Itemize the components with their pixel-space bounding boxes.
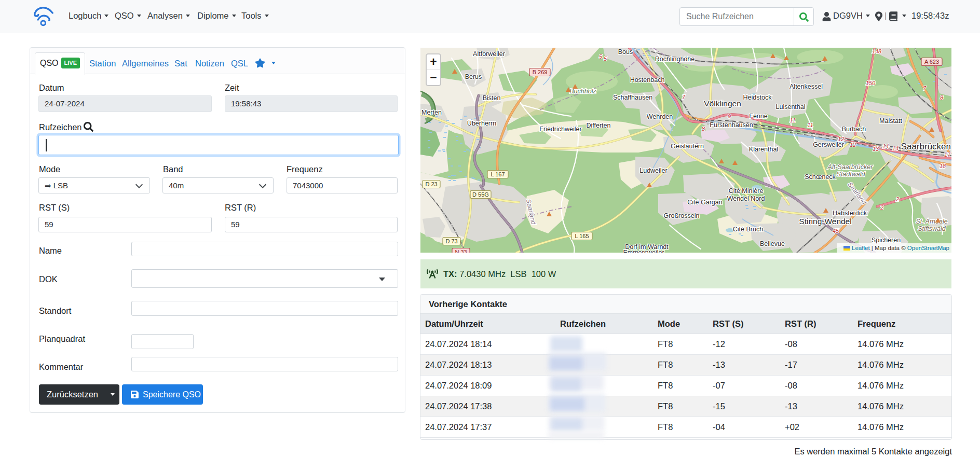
svg-text:Schœneck: Schœneck [805, 173, 836, 181]
svg-text:D 73: D 73 [445, 238, 457, 244]
svg-text:Stiftswald: Stiftswald [918, 225, 946, 232]
svg-text:Alt-Saarbrücker: Alt-Saarbrücker [827, 163, 874, 171]
svg-text:Emmersweiler: Emmersweiler [623, 249, 664, 253]
svg-text:2: 2 [880, 204, 883, 211]
svg-text:13: 13 [873, 146, 879, 152]
svg-text:Merten: Merten [421, 109, 442, 116]
svg-text:12: 12 [850, 142, 856, 148]
svg-text:18: 18 [940, 163, 946, 169]
svg-text:Klarenthal: Klarenthal [749, 146, 778, 153]
svg-text:Buchholz: Buchholz [569, 88, 596, 95]
svg-text:Geislautern: Geislautern [671, 143, 704, 150]
svg-text:Fürstenhausen: Fürstenhausen [710, 121, 753, 129]
svg-text:7: 7 [682, 94, 686, 100]
svg-text:Habsterdick: Habsterdick [833, 210, 867, 217]
svg-text:Großrosseln: Großrosseln [664, 212, 700, 219]
svg-text:A 623: A 623 [924, 59, 939, 65]
svg-text:Bous: Bous [618, 48, 633, 56]
svg-text:Völklingen: Völklingen [704, 99, 741, 108]
svg-text:Ludweiler: Ludweiler [639, 167, 668, 174]
svg-text:Berus: Berus [465, 73, 482, 80]
svg-text:D 23: D 23 [425, 181, 437, 187]
svg-text:8: 8 [702, 126, 705, 132]
svg-text:Friedrichweiler: Friedrichweiler [539, 126, 581, 133]
svg-text:Hostenbach: Hostenbach [630, 76, 665, 84]
svg-text:5: 5 [599, 53, 603, 60]
svg-text:14: 14 [882, 143, 889, 149]
svg-text:Cité Gargan: Cité Gargan [687, 199, 722, 206]
svg-text:9: 9 [728, 113, 731, 119]
svg-text:Bellevue: Bellevue [760, 240, 785, 247]
svg-text:Gersweiler: Gersweiler [813, 141, 844, 148]
svg-text:17: 17 [944, 151, 951, 158]
svg-text:Cité Bruch: Cité Bruch [733, 226, 763, 233]
svg-text:Röchlinghöhe: Röchlinghöhe [655, 56, 695, 63]
svg-text:D 55G: D 55G [472, 191, 489, 198]
svg-text:L 167: L 167 [491, 171, 505, 177]
svg-text:5: 5 [604, 56, 607, 62]
svg-text:12: 12 [838, 136, 844, 142]
svg-text:Saarbrücken: Saarbrücken [901, 142, 951, 151]
svg-text:Altforweiler: Altforweiler [473, 50, 505, 58]
svg-text:11: 11 [807, 122, 813, 128]
svg-text:150: 150 [866, 80, 876, 86]
svg-text:Heidstock: Heidstock [743, 94, 772, 101]
svg-text:Schaffhausen: Schaffhausen [613, 94, 652, 101]
svg-text:Fenne: Fenne [749, 113, 767, 120]
svg-text:B 269: B 269 [533, 69, 548, 75]
svg-text:Bisten: Bisten [483, 94, 501, 102]
svg-text:2: 2 [895, 196, 899, 202]
svg-text:L 165: L 165 [575, 233, 589, 239]
svg-text:Differten: Differten [586, 122, 610, 129]
svg-text:45: 45 [833, 228, 839, 234]
svg-text:N 33: N 33 [455, 249, 467, 253]
svg-text:Stadtwald: Stadtwald [837, 171, 866, 178]
svg-text:Cité Minière: Cité Minière [729, 187, 764, 195]
svg-text:Altenkessel: Altenkessel [790, 83, 823, 90]
svg-text:14: 14 [892, 145, 899, 151]
svg-text:Wehrden: Wehrden [647, 113, 673, 120]
svg-text:St. Arnuale: St. Arnuale [916, 218, 947, 225]
svg-text:Burbach: Burbach [842, 126, 866, 133]
svg-text:Malstatt: Malstatt [879, 117, 902, 124]
svg-text:Wendel Nord: Wendel Nord [727, 195, 765, 202]
svg-text:Spicheren: Spicheren [872, 237, 901, 244]
svg-text:148: 148 [872, 48, 882, 54]
svg-text:8: 8 [940, 94, 944, 101]
svg-text:Luisenthal: Luisenthal [776, 103, 806, 110]
svg-text:Überherrn: Überherrn [467, 120, 496, 127]
svg-text:11: 11 [790, 117, 795, 123]
svg-text:Stiring-Wendel: Stiring-Wendel [799, 217, 851, 226]
svg-text:7: 7 [923, 85, 927, 91]
